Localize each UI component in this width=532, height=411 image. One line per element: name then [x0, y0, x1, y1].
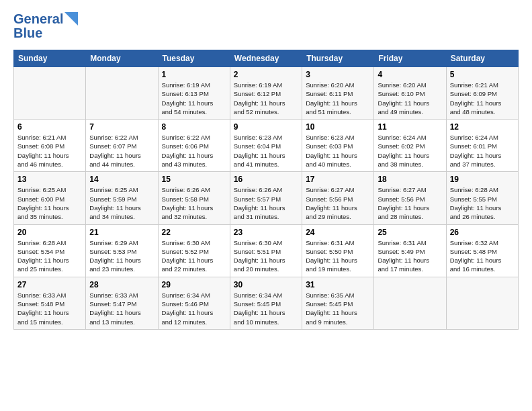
- day-info: Sunrise: 6:31 AM Sunset: 5:50 PM Dayligh…: [306, 238, 370, 274]
- day-number: 6: [17, 122, 82, 132]
- day-info: Sunrise: 6:26 AM Sunset: 5:57 PM Dayligh…: [234, 185, 298, 221]
- calendar-cell: 24Sunrise: 6:31 AM Sunset: 5:50 PM Dayli…: [302, 224, 374, 277]
- calendar-week-2: 6Sunrise: 6:21 AM Sunset: 6:08 PM Daylig…: [14, 120, 519, 172]
- calendar-cell: 30Sunrise: 6:34 AM Sunset: 5:45 PM Dayli…: [230, 277, 302, 329]
- calendar-cell: 7Sunrise: 6:22 AM Sunset: 6:07 PM Daylig…: [86, 120, 158, 172]
- day-number: 3: [306, 70, 370, 79]
- calendar-cell: 11Sunrise: 6:24 AM Sunset: 6:02 PM Dayli…: [374, 120, 446, 172]
- calendar-cell: 3Sunrise: 6:20 AM Sunset: 6:11 PM Daylig…: [302, 67, 374, 120]
- calendar-cell: 27Sunrise: 6:33 AM Sunset: 5:48 PM Dayli…: [14, 277, 86, 329]
- logo-line2: Blue: [13, 26, 63, 40]
- day-number: 15: [162, 175, 226, 184]
- day-number: 14: [89, 175, 154, 184]
- day-info: Sunrise: 6:33 AM Sunset: 5:47 PM Dayligh…: [89, 291, 154, 326]
- calendar-week-3: 13Sunrise: 6:25 AM Sunset: 6:00 PM Dayli…: [14, 172, 519, 224]
- day-info: Sunrise: 6:33 AM Sunset: 5:48 PM Dayligh…: [17, 291, 82, 326]
- calendar-cell: 26Sunrise: 6:32 AM Sunset: 5:48 PM Dayli…: [446, 224, 518, 277]
- day-number: 29: [162, 280, 226, 289]
- day-info: Sunrise: 6:24 AM Sunset: 6:02 PM Dayligh…: [378, 133, 442, 169]
- day-info: Sunrise: 6:30 AM Sunset: 5:52 PM Dayligh…: [162, 238, 226, 274]
- day-info: Sunrise: 6:19 AM Sunset: 6:13 PM Dayligh…: [162, 81, 226, 116]
- day-info: Sunrise: 6:34 AM Sunset: 5:45 PM Dayligh…: [234, 291, 298, 326]
- day-number: 5: [450, 70, 515, 79]
- day-info: Sunrise: 6:30 AM Sunset: 5:51 PM Dayligh…: [234, 238, 298, 274]
- day-info: Sunrise: 6:32 AM Sunset: 5:48 PM Dayligh…: [450, 238, 515, 274]
- calendar-cell: [14, 67, 86, 120]
- day-number: 19: [450, 175, 515, 184]
- weekday-header-friday: Friday: [374, 50, 446, 67]
- calendar-cell: 8Sunrise: 6:22 AM Sunset: 6:06 PM Daylig…: [158, 120, 230, 172]
- day-number: 17: [306, 175, 370, 184]
- day-number: 10: [306, 122, 370, 132]
- day-info: Sunrise: 6:20 AM Sunset: 6:11 PM Dayligh…: [306, 81, 370, 116]
- calendar-week-1: 1Sunrise: 6:19 AM Sunset: 6:13 PM Daylig…: [14, 67, 519, 120]
- calendar-cell: 2Sunrise: 6:19 AM Sunset: 6:12 PM Daylig…: [230, 67, 302, 120]
- day-number: 20: [17, 228, 82, 237]
- calendar-cell: 9Sunrise: 6:23 AM Sunset: 6:04 PM Daylig…: [230, 120, 302, 172]
- day-number: 2: [234, 70, 298, 79]
- calendar-cell: 22Sunrise: 6:30 AM Sunset: 5:52 PM Dayli…: [158, 224, 230, 277]
- calendar-cell: 4Sunrise: 6:20 AM Sunset: 6:10 PM Daylig…: [374, 67, 446, 120]
- day-info: Sunrise: 6:22 AM Sunset: 6:07 PM Dayligh…: [89, 133, 154, 169]
- calendar-cell: 21Sunrise: 6:29 AM Sunset: 5:53 PM Dayli…: [86, 224, 158, 277]
- day-info: Sunrise: 6:35 AM Sunset: 5:45 PM Dayligh…: [306, 291, 370, 326]
- page: General Blue SundayMondayTuesdayWednesda…: [0, 0, 532, 411]
- calendar-cell: 31Sunrise: 6:35 AM Sunset: 5:45 PM Dayli…: [302, 277, 374, 329]
- day-info: Sunrise: 6:29 AM Sunset: 5:53 PM Dayligh…: [89, 238, 154, 274]
- day-info: Sunrise: 6:23 AM Sunset: 6:04 PM Dayligh…: [234, 133, 298, 169]
- day-number: 24: [306, 228, 370, 237]
- day-number: 13: [17, 175, 82, 184]
- day-number: 12: [450, 122, 515, 132]
- calendar-cell: 15Sunrise: 6:26 AM Sunset: 5:58 PM Dayli…: [158, 172, 230, 224]
- day-number: 22: [162, 228, 226, 237]
- calendar-cell: 18Sunrise: 6:27 AM Sunset: 5:56 PM Dayli…: [374, 172, 446, 224]
- day-number: 25: [378, 228, 442, 237]
- calendar-cell: 28Sunrise: 6:33 AM Sunset: 5:47 PM Dayli…: [86, 277, 158, 329]
- calendar-week-4: 20Sunrise: 6:28 AM Sunset: 5:54 PM Dayli…: [14, 224, 519, 277]
- day-number: 28: [89, 280, 154, 289]
- calendar-cell: 14Sunrise: 6:25 AM Sunset: 5:59 PM Dayli…: [86, 172, 158, 224]
- day-number: 4: [378, 70, 442, 79]
- day-number: 31: [306, 280, 370, 289]
- svg-marker-0: [64, 12, 78, 26]
- day-number: 30: [234, 280, 298, 289]
- calendar-cell: [446, 277, 518, 329]
- calendar-cell: 29Sunrise: 6:34 AM Sunset: 5:46 PM Dayli…: [158, 277, 230, 329]
- calendar-cell: 1Sunrise: 6:19 AM Sunset: 6:13 PM Daylig…: [158, 67, 230, 120]
- day-number: 1: [162, 70, 226, 79]
- weekday-header-thursday: Thursday: [302, 50, 374, 67]
- day-info: Sunrise: 6:23 AM Sunset: 6:03 PM Dayligh…: [306, 133, 370, 169]
- day-info: Sunrise: 6:21 AM Sunset: 6:08 PM Dayligh…: [17, 133, 82, 169]
- day-info: Sunrise: 6:22 AM Sunset: 6:06 PM Dayligh…: [162, 133, 226, 169]
- calendar-cell: 13Sunrise: 6:25 AM Sunset: 6:00 PM Dayli…: [14, 172, 86, 224]
- day-info: Sunrise: 6:27 AM Sunset: 5:56 PM Dayligh…: [306, 185, 370, 221]
- day-number: 11: [378, 122, 442, 132]
- day-number: 7: [89, 122, 154, 132]
- day-number: 16: [234, 175, 298, 184]
- calendar-cell: 23Sunrise: 6:30 AM Sunset: 5:51 PM Dayli…: [230, 224, 302, 277]
- day-info: Sunrise: 6:25 AM Sunset: 6:00 PM Dayligh…: [17, 185, 82, 221]
- day-number: 23: [234, 228, 298, 237]
- calendar-cell: 19Sunrise: 6:28 AM Sunset: 5:55 PM Dayli…: [446, 172, 518, 224]
- calendar-cell: 6Sunrise: 6:21 AM Sunset: 6:08 PM Daylig…: [14, 120, 86, 172]
- weekday-header-sunday: Sunday: [14, 50, 86, 67]
- calendar-cell: 17Sunrise: 6:27 AM Sunset: 5:56 PM Dayli…: [302, 172, 374, 224]
- weekday-header-row: SundayMondayTuesdayWednesdayThursdayFrid…: [14, 50, 519, 67]
- calendar-cell: [374, 277, 446, 329]
- day-number: 9: [234, 122, 298, 132]
- day-number: 26: [450, 228, 515, 237]
- day-info: Sunrise: 6:26 AM Sunset: 5:58 PM Dayligh…: [162, 185, 226, 221]
- calendar-cell: 25Sunrise: 6:31 AM Sunset: 5:49 PM Dayli…: [374, 224, 446, 277]
- day-number: 27: [17, 280, 82, 289]
- day-info: Sunrise: 6:20 AM Sunset: 6:10 PM Dayligh…: [378, 81, 442, 116]
- day-info: Sunrise: 6:34 AM Sunset: 5:46 PM Dayligh…: [162, 291, 226, 326]
- day-info: Sunrise: 6:31 AM Sunset: 5:49 PM Dayligh…: [378, 238, 442, 274]
- calendar-cell: 12Sunrise: 6:24 AM Sunset: 6:01 PM Dayli…: [446, 120, 518, 172]
- logo: General Blue: [13, 12, 78, 40]
- calendar-cell: 16Sunrise: 6:26 AM Sunset: 5:57 PM Dayli…: [230, 172, 302, 224]
- weekday-header-monday: Monday: [86, 50, 158, 67]
- logo-line1: General: [13, 12, 63, 26]
- day-info: Sunrise: 6:25 AM Sunset: 5:59 PM Dayligh…: [89, 185, 154, 221]
- calendar-cell: [86, 67, 158, 120]
- calendar-cell: 5Sunrise: 6:21 AM Sunset: 6:09 PM Daylig…: [446, 67, 518, 120]
